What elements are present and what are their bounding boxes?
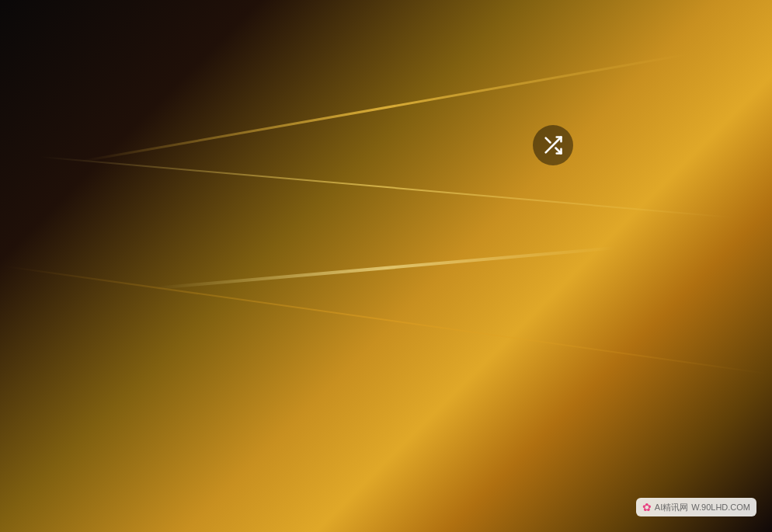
shuffle-icon[interactable] [533, 125, 573, 165]
examples-grid [52, 432, 720, 525]
main-content: Stable diffusion reimagine Create multip… [13, 0, 759, 532]
watermark-subtext: W.90LHD.COM [691, 502, 750, 512]
watermark-flower-icon: ✿ [642, 501, 652, 513]
watermark-text: AI精讯网 [655, 502, 688, 513]
watermark: ✿ AI精讯网 W.90LHD.COM [636, 498, 756, 516]
